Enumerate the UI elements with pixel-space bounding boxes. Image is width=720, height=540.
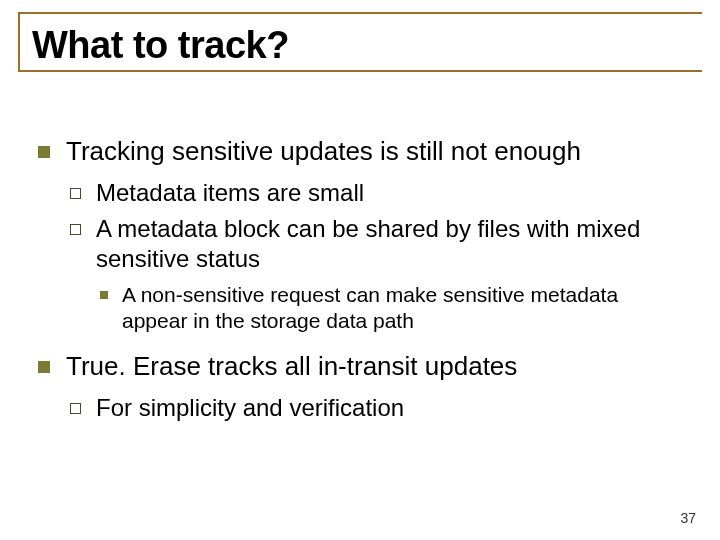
bullet-text: Tracking sensitive updates is still not … <box>66 136 581 166</box>
page-number: 37 <box>680 510 696 526</box>
list-item: A metadata block can be shared by files … <box>66 214 688 335</box>
list-item: Tracking sensitive updates is still not … <box>32 135 688 334</box>
bullet-list-level2: For simplicity and verification <box>66 393 688 423</box>
slide: What to track? Tracking sensitive update… <box>0 0 720 540</box>
list-item: Metadata items are small <box>66 178 688 208</box>
slide-title: What to track? <box>32 24 688 67</box>
bullet-text: For simplicity and verification <box>96 394 404 421</box>
bullet-text: True. Erase tracks all in-transit update… <box>66 351 517 381</box>
bullet-text: A non-sensitive request can make sensiti… <box>122 283 618 332</box>
corner-rule <box>18 12 38 70</box>
top-rule <box>18 12 702 14</box>
list-item: A non-sensitive request can make sensiti… <box>96 282 688 335</box>
bullet-list-level1: Tracking sensitive updates is still not … <box>32 135 688 423</box>
list-item: True. Erase tracks all in-transit update… <box>32 350 688 423</box>
bullet-list-level2: Metadata items are small A metadata bloc… <box>66 178 688 335</box>
bullet-text: A metadata block can be shared by files … <box>96 215 640 272</box>
bullet-list-level3: A non-sensitive request can make sensiti… <box>96 282 688 335</box>
slide-body: Tracking sensitive updates is still not … <box>32 135 688 423</box>
list-item: For simplicity and verification <box>66 393 688 423</box>
title-wrap: What to track? <box>32 24 688 75</box>
underline-rule <box>18 70 702 72</box>
bullet-text: Metadata items are small <box>96 179 364 206</box>
